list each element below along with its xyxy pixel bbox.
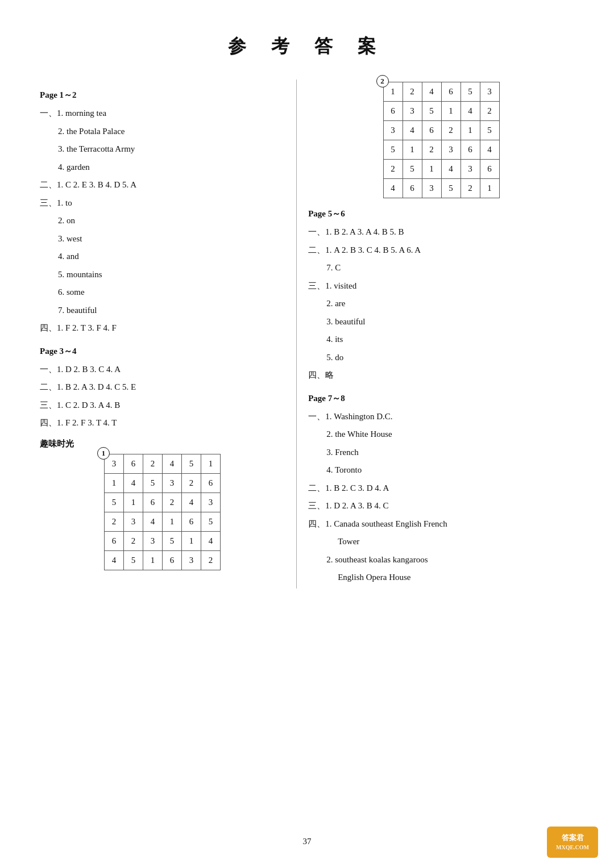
grid-cell: 4 — [383, 179, 403, 198]
grid-cell: 1 — [403, 140, 422, 160]
p12-san-7: 7. beautiful — [58, 303, 285, 318]
grid1-table: 362451145326516243234165623514451632 — [104, 454, 221, 570]
grid-cell: 2 — [441, 121, 460, 140]
p12-si: 四、1. F 2. T 3. F 4. F — [40, 321, 285, 336]
p56-yi: 一、1. B 2. A 3. A 4. B 5. B — [308, 225, 574, 240]
p78-yi-4: 4. Toronto — [326, 463, 574, 478]
grid-cell: 5 — [182, 454, 201, 473]
p12-san-4: 4. and — [58, 249, 285, 264]
grid-cell: 4 — [182, 493, 201, 512]
grid-cell: 3 — [460, 160, 480, 179]
grid-cell: 6 — [163, 550, 182, 570]
grid2-container: 2 124653635142346215512364251436463521 — [383, 82, 500, 198]
grid-cell: 3 — [182, 550, 201, 570]
grid-cell: 4 — [480, 140, 499, 160]
grid-cell: 1 — [182, 531, 201, 550]
grid-cell: 6 — [105, 531, 124, 550]
p12-san-label: 三、1. to — [40, 196, 285, 211]
p56-san-label: 三、1. visited — [308, 279, 574, 294]
grid2-circle: 2 — [376, 75, 389, 87]
watermark-line1: 答案君 — [562, 833, 584, 843]
p56-san-5: 5. do — [326, 350, 574, 365]
grid-cell: 6 — [143, 493, 163, 512]
grid2-wrap: 2 124653635142346215512364251436463521 — [308, 82, 574, 198]
grid-cell: 5 — [105, 493, 124, 512]
grid-cell: 1 — [460, 121, 480, 140]
grid-cell: 4 — [163, 454, 182, 473]
p78-yi-3: 3. French — [326, 445, 574, 460]
page5-6-title: Page 5～6 — [308, 208, 574, 219]
grid-cell: 4 — [105, 550, 124, 570]
grid-cell: 2 — [403, 82, 422, 102]
grid-cell: 6 — [182, 512, 201, 531]
grid-cell: 5 — [143, 473, 163, 493]
grid-cell: 6 — [480, 160, 499, 179]
grid-cell: 5 — [422, 102, 441, 121]
p12-san-2: 2. on — [58, 214, 285, 228]
watermark: 答案君 MXQE.COM — [547, 827, 598, 858]
grid-cell: 4 — [460, 102, 480, 121]
grid-cell: 3 — [201, 493, 221, 512]
grid-cell: 2 — [143, 454, 163, 473]
p56-er-1: 二、1. A 2. B 3. C 4. B 5. A 6. A — [308, 243, 574, 258]
p12-san-5: 5. mountains — [58, 268, 285, 282]
fun-time-label: 趣味时光 — [40, 439, 285, 449]
grid-cell: 1 — [105, 473, 124, 493]
grid-cell: 1 — [422, 160, 441, 179]
grid-cell: 1 — [143, 550, 163, 570]
watermark-line2: MXQE.COM — [556, 844, 589, 852]
grid-cell: 2 — [201, 550, 221, 570]
grid-cell: 6 — [422, 121, 441, 140]
p12-san-3: 3. west — [58, 232, 285, 247]
grid-cell: 3 — [383, 121, 403, 140]
grid-cell: 3 — [422, 179, 441, 198]
grid-cell: 3 — [143, 531, 163, 550]
grid-cell: 5 — [124, 550, 143, 570]
right-column: 2 124653635142346215512364251436463521 P… — [296, 80, 574, 589]
grid-cell: 1 — [201, 454, 221, 473]
page1-2-title: Page 1～2 — [40, 90, 285, 101]
grid-cell: 6 — [460, 140, 480, 160]
grid-cell: 6 — [124, 454, 143, 473]
p12-yi-4: 4. garden — [58, 160, 285, 175]
grid-cell: 3 — [124, 512, 143, 531]
main-title: 参 考 答 案 — [40, 34, 574, 59]
grid-cell: 1 — [441, 102, 460, 121]
grid-cell: 5 — [480, 121, 499, 140]
page7-8-title: Page 7～8 — [308, 393, 574, 404]
grid-cell: 2 — [480, 102, 499, 121]
p12-yi-label: 一、1. morning tea — [40, 106, 285, 121]
grid-cell: 2 — [105, 512, 124, 531]
grid-cell: 2 — [124, 531, 143, 550]
grid1-circle: 1 — [97, 447, 110, 460]
grid-cell: 3 — [480, 82, 499, 102]
grid-cell: 3 — [163, 473, 182, 493]
grid-cell: 4 — [403, 121, 422, 140]
p56-san-3: 3. beautiful — [326, 315, 574, 329]
grid-cell: 5 — [163, 531, 182, 550]
grid-cell: 4 — [143, 512, 163, 531]
p56-er-2: 7. C — [326, 261, 574, 276]
left-column: Page 1～2 一、1. morning tea 2. the Potala … — [40, 80, 296, 589]
grid-cell: 2 — [163, 493, 182, 512]
grid-cell: 3 — [441, 140, 460, 160]
grid-cell: 4 — [441, 160, 460, 179]
p12-yi-3: 3. the Terracotta Army — [58, 142, 285, 157]
grid-cell: 4 — [201, 531, 221, 550]
grid-cell: 1 — [163, 512, 182, 531]
grid-cell: 5 — [460, 82, 480, 102]
grid-cell: 3 — [403, 102, 422, 121]
grid1-wrap: 1 362451145326516243234165623514451632 — [40, 454, 285, 570]
grid-cell: 5 — [201, 512, 221, 531]
grid-cell: 6 — [403, 179, 422, 198]
grid-cell: 2 — [182, 473, 201, 493]
p12-yi-2: 2. the Potala Palace — [58, 124, 285, 139]
grid-cell: 5 — [403, 160, 422, 179]
p78-si-2b: English Opera House — [338, 570, 574, 585]
grid-cell: 1 — [124, 493, 143, 512]
p78-yi-2: 2. the White House — [326, 427, 574, 442]
grid-cell: 2 — [422, 140, 441, 160]
grid1-container: 1 362451145326516243234165623514451632 — [104, 454, 221, 570]
p12-er: 二、1. C 2. E 3. B 4. D 5. A — [40, 178, 285, 193]
grid-cell: 6 — [383, 102, 403, 121]
